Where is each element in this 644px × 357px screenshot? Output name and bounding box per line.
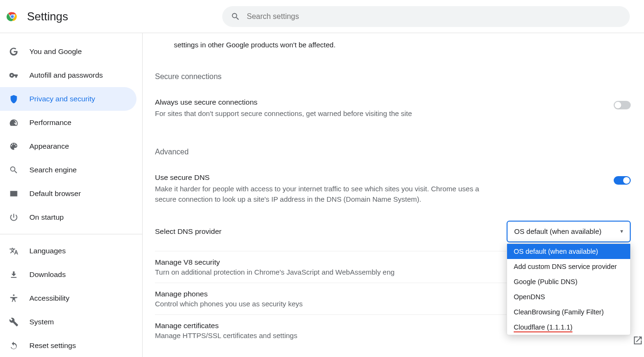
key-icon — [9, 70, 19, 80]
dns-option-cloudflare[interactable]: Cloudflare (1.1.1.1) — [507, 320, 630, 335]
setting-title: Use secure DNS — [155, 173, 501, 182]
sidebar-item-autofill[interactable]: Autofill and passwords — [0, 63, 136, 87]
sidebar-item-label: System — [29, 318, 54, 326]
translate-icon — [9, 246, 19, 256]
sidebar-item-default-browser[interactable]: Default browser — [0, 182, 136, 205]
sidebar-item-privacy-security[interactable]: Privacy and security — [0, 87, 136, 111]
sidebar-item-label: Accessibility — [29, 294, 69, 303]
speedometer-icon — [9, 117, 19, 128]
dns-selected-value: OS default (when available) — [514, 227, 601, 235]
sidebar-item-search-engine[interactable]: Search engine — [0, 158, 136, 182]
sidebar-item-reset[interactable]: Reset settings — [0, 334, 136, 357]
setting-use-secure-dns: Use secure DNS Make it harder for people… — [155, 166, 631, 212]
sidebar-item-performance[interactable]: Performance — [0, 111, 136, 134]
sidebar-item-accessibility[interactable]: Accessibility — [0, 286, 136, 310]
sidebar-item-on-startup[interactable]: On startup — [0, 205, 136, 229]
sidebar-item-downloads[interactable]: Downloads — [0, 263, 136, 286]
sidebar-item-label: Autofill and passwords — [29, 71, 103, 80]
sidebar-item-languages[interactable]: Languages — [0, 239, 136, 263]
sidebar-item-you-and-google[interactable]: You and Google — [0, 40, 136, 63]
dns-option-cloudflare-text: Cloudflare (1.1.1.1) — [514, 323, 572, 332]
page-title: Settings — [27, 10, 68, 23]
section-advanced: Advanced — [155, 148, 631, 156]
header: Settings — [0, 0, 644, 33]
toggle-secure-dns[interactable] — [614, 176, 631, 185]
reset-icon — [9, 340, 19, 351]
search-icon — [9, 165, 19, 175]
sidebar-item-label: Default browser — [29, 189, 81, 198]
sidebar-divider — [0, 234, 142, 234]
dns-provider-label: Select DNS provider — [155, 227, 221, 236]
open-external-icon[interactable] — [633, 335, 644, 347]
dropdown-arrow-icon: ▼ — [619, 229, 624, 234]
partial-setting-desc: settings in other Google products won't … — [155, 33, 631, 51]
sidebar-item-label: Appearance — [29, 142, 69, 151]
toggle-always-secure[interactable] — [614, 101, 631, 109]
sidebar-item-label: On startup — [29, 213, 63, 222]
shield-icon — [9, 94, 19, 104]
sidebar-item-label: Downloads — [29, 270, 66, 279]
dns-provider-select[interactable]: OS default (when available) ▼ OS default… — [507, 221, 631, 242]
dns-provider-dropdown: OS default (when available) Add custom D… — [507, 243, 631, 335]
sidebar-item-label: You and Google — [29, 47, 82, 56]
dns-option-cleanbrowsing[interactable]: CleanBrowsing (Family Filter) — [507, 304, 630, 320]
dns-option-os-default[interactable]: OS default (when available) — [507, 244, 630, 259]
download-icon — [9, 269, 19, 280]
dns-option-google[interactable]: Google (Public DNS) — [507, 274, 630, 289]
palette-icon — [9, 141, 19, 152]
chrome-logo-icon — [6, 10, 19, 23]
row-select-dns-provider: Select DNS provider OS default (when ava… — [155, 212, 631, 251]
sidebar-item-label: Performance — [29, 118, 72, 127]
search-icon — [231, 12, 240, 21]
setting-desc: For sites that don't support secure conn… — [155, 108, 412, 119]
google-g-icon — [9, 46, 19, 57]
sidebar-item-appearance[interactable]: Appearance — [0, 134, 136, 158]
dns-option-custom[interactable]: Add custom DNS service provider — [507, 259, 630, 274]
setting-desc: Make it harder for people with access to… — [155, 184, 501, 205]
setting-title: Always use secure connections — [155, 98, 412, 107]
section-secure-connections: Secure connections — [155, 72, 631, 81]
power-icon — [9, 212, 19, 223]
sidebar-item-label: Languages — [29, 247, 66, 255]
search-settings[interactable] — [222, 6, 630, 27]
sidebar-item-system[interactable]: System — [0, 310, 136, 334]
sidebar-item-label: Search engine — [29, 166, 77, 174]
search-input[interactable] — [247, 12, 621, 21]
sidebar-item-label: Privacy and security — [29, 95, 95, 103]
browser-icon — [9, 188, 19, 199]
setting-always-secure: Always use secure connections For sites … — [155, 90, 631, 126]
sidebar-item-label: Reset settings — [29, 341, 76, 350]
system-icon — [9, 317, 19, 327]
svg-point-3 — [13, 295, 14, 296]
main-content: settings in other Google products won't … — [142, 33, 644, 357]
accessibility-icon — [9, 293, 19, 303]
dns-option-opendns[interactable]: OpenDNS — [507, 289, 630, 304]
sidebar: You and Google Autofill and passwords Pr… — [0, 33, 142, 357]
